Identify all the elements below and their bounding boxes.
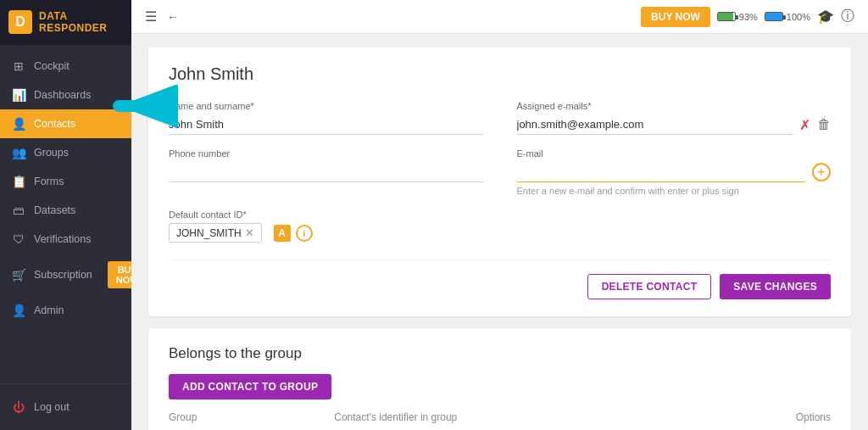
table-header: Group Contact's identifier in group Opti…	[169, 411, 831, 430]
action-row: DELETE CONTACT SAVE CHANGES	[169, 260, 831, 299]
dashboards-icon: 📊	[12, 88, 25, 102]
topbar: ☰ ← BUY NOW 93% 100% 🎓 ⓘ	[131, 0, 868, 34]
contact-form-row2: Phone number E-mail + Enter a new e-mail…	[169, 148, 831, 196]
help-icon[interactable]: ⓘ	[841, 8, 854, 25]
email-row: ✗ 🗑	[517, 114, 832, 135]
email-assigned-col: Assigned e-mails* ✗ 🗑	[517, 101, 832, 135]
new-email-col: E-mail + Enter a new e-mail and confirm …	[517, 148, 832, 196]
name-label: Name and surname*	[169, 101, 483, 111]
icon-a: A	[274, 225, 291, 242]
battery1-pct: 93%	[739, 12, 758, 22]
topbar-left: ☰ ←	[145, 8, 179, 25]
new-email-input[interactable]	[517, 162, 806, 182]
logo-text: DATA RESPONDER	[39, 10, 108, 35]
logo: D DATA RESPONDER	[0, 0, 131, 45]
empty-col	[517, 209, 832, 243]
groups-card: Belongs to the group ADD CONTACT TO GROU…	[148, 328, 851, 430]
sidebar-item-label: Subscription	[34, 269, 92, 281]
hamburger-icon[interactable]: ☰	[145, 8, 157, 25]
sidebar-item-label: Datasets	[34, 204, 75, 216]
new-email-label: E-mail	[517, 148, 832, 159]
sidebar-item-label: Admin	[34, 304, 64, 316]
phone-col: Phone number	[169, 148, 483, 196]
contact-title: John Smith	[169, 64, 831, 84]
sidebar-item-datasets[interactable]: 🗃 Datasets	[0, 196, 131, 225]
forms-icon: 📋	[12, 175, 25, 188]
save-changes-button[interactable]: SAVE CHANGES	[720, 274, 831, 299]
topbar-buy-now-button[interactable]: BUY NOW	[641, 7, 710, 27]
tag-remove-button[interactable]: ✕	[245, 226, 254, 239]
add-contact-to-group-button[interactable]: ADD CONTACT TO GROUP	[169, 374, 331, 399]
add-email-button[interactable]: +	[812, 163, 831, 181]
battery2-pct: 100%	[787, 12, 810, 22]
sidebar-item-contacts[interactable]: 👤 Contacts	[0, 109, 131, 138]
topbar-right: BUY NOW 93% 100% 🎓 ⓘ	[641, 7, 854, 27]
contacts-icon: 👤	[12, 117, 25, 131]
phone-label: Phone number	[169, 148, 483, 159]
contact-id-tag: JOHN_SMITH ✕	[169, 223, 262, 243]
tag-text: JOHN_SMITH	[176, 227, 242, 239]
phone-input[interactable]	[169, 162, 483, 182]
battery1-fill	[718, 13, 734, 20]
new-email-row: +	[517, 162, 832, 182]
email-hint: Enter a new e-mail and confirm with ente…	[517, 186, 832, 196]
id-icons: A i	[274, 225, 313, 242]
back-button[interactable]: ←	[167, 10, 179, 24]
graduation-icon[interactable]: 🎓	[817, 8, 834, 25]
sidebar-item-label: Cockpit	[34, 60, 70, 72]
battery2-bar	[765, 12, 783, 21]
sidebar-item-label: Contacts	[34, 118, 75, 130]
battery1-indicator: 93%	[717, 12, 758, 22]
name-col: Name and surname*	[169, 101, 483, 135]
col-identifier: Contact's identifier in group	[334, 411, 665, 423]
contact-form-row1: Name and surname* Assigned e-mails* ✗ 🗑	[169, 101, 831, 135]
main-area: ☰ ← BUY NOW 93% 100% 🎓 ⓘ John S	[131, 0, 868, 430]
logo-icon: D	[8, 10, 32, 34]
sidebar-item-admin[interactable]: 👤 Admin	[0, 296, 131, 325]
assigned-email-input[interactable]	[517, 114, 793, 135]
battery2-indicator: 100%	[765, 12, 810, 22]
sidebar-nav: ⊞ Cockpit 📊 Dashboards 👤 Contacts 👥 Grou…	[0, 45, 131, 383]
battery1-bar	[717, 12, 736, 21]
sidebar-item-label: Verifications	[34, 233, 91, 245]
groups-title: Belongs to the group	[169, 345, 831, 362]
groups-icon: 👥	[12, 146, 25, 159]
col-options: Options	[665, 411, 831, 423]
battery2-fill	[765, 13, 782, 20]
logout-label: Log out	[34, 401, 70, 413]
icon-info: i	[296, 225, 313, 242]
delete-contact-button[interactable]: DELETE CONTACT	[587, 274, 712, 299]
remove-email-button[interactable]: ✗	[799, 117, 810, 133]
contact-form-row3: Default contact ID* JOHN_SMITH ✕ A i	[169, 209, 831, 243]
sidebar-item-groups[interactable]: 👥 Groups	[0, 138, 131, 167]
datasets-icon: 🗃	[12, 204, 25, 217]
verifications-icon: 🛡	[12, 232, 25, 246]
sidebar-item-label: Groups	[34, 147, 69, 159]
subscription-icon: 🛒	[12, 268, 25, 282]
sidebar-buy-now-button[interactable]: BUY NOW	[108, 261, 131, 288]
sidebar-item-verifications[interactable]: 🛡 Verifications	[0, 225, 131, 254]
sidebar-item-cockpit[interactable]: ⊞ Cockpit	[0, 52, 131, 81]
sidebar-item-label: Forms	[34, 176, 64, 187]
delete-email-button[interactable]: 🗑	[817, 117, 831, 132]
name-input[interactable]	[169, 114, 483, 135]
default-id-row: JOHN_SMITH ✕ A i	[169, 223, 483, 243]
sidebar-item-label: Dashboards	[34, 89, 91, 101]
cockpit-icon: ⊞	[12, 59, 25, 73]
content-area: John Smith Name and surname* Assigned e-…	[131, 34, 868, 430]
sidebar-item-logout[interactable]: ⏻ Log out	[0, 393, 131, 422]
sidebar-bottom: ⏻ Log out	[0, 383, 131, 430]
logout-icon: ⏻	[12, 400, 25, 414]
sidebar-item-subscription[interactable]: 🛒 Subscription BUY NOW	[0, 254, 131, 296]
sidebar: D DATA RESPONDER ⊞ Cockpit 📊 Dashboards …	[0, 0, 131, 430]
default-id-label: Default contact ID*	[169, 209, 483, 220]
sidebar-item-dashboards[interactable]: 📊 Dashboards	[0, 81, 131, 109]
contact-card: John Smith Name and surname* Assigned e-…	[148, 47, 851, 316]
admin-icon: 👤	[12, 304, 25, 317]
default-id-col: Default contact ID* JOHN_SMITH ✕ A i	[169, 209, 483, 243]
col-group: Group	[169, 411, 334, 423]
sidebar-item-forms[interactable]: 📋 Forms	[0, 167, 131, 196]
assigned-emails-label: Assigned e-mails*	[517, 101, 832, 111]
